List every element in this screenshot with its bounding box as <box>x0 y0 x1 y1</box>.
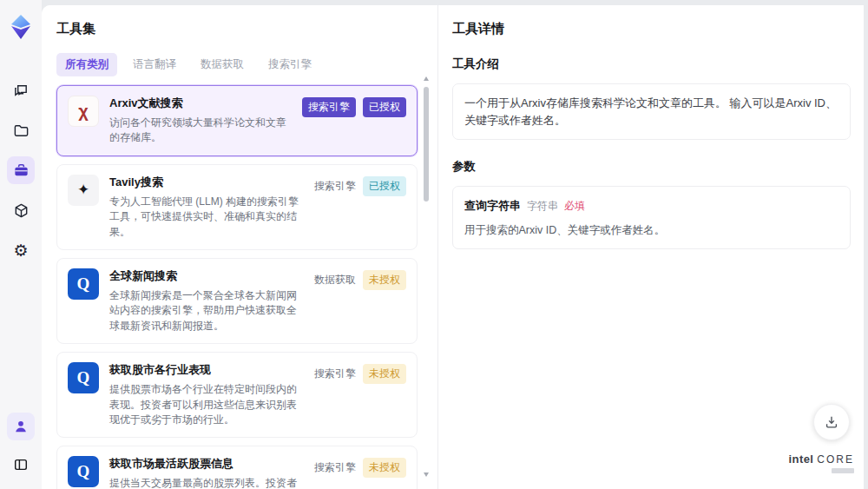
category-badge: 搜索引擎 <box>314 458 356 478</box>
category-badge: 搜索引擎 <box>302 97 356 117</box>
tool-description: 访问各个研究领域大量科学论文和文章的存储库。 <box>109 116 292 146</box>
params-heading: 参数 <box>452 159 851 175</box>
tab-3[interactable]: 搜索引擎 <box>260 53 320 76</box>
tool-name: Tavily搜索 <box>109 175 304 190</box>
tool-description: 全球新闻搜索是一个聚合全球各大新闻网站内容的搜索引擎，帮助用户快速获取全球最新资… <box>109 288 304 334</box>
toolbox-icon[interactable] <box>7 156 35 184</box>
chat-icon[interactable] <box>7 76 35 104</box>
news-search-icon: Q <box>68 268 99 300</box>
auth-status-badge: 未授权 <box>363 364 406 384</box>
intel-core-logo: intel CORE <box>789 453 854 473</box>
tool-card[interactable]: ✦ Tavily搜索 专为人工智能代理 (LLM) 构建的搜索引擎工具，可快速提… <box>56 164 418 250</box>
tab-1[interactable]: 语言翻译 <box>124 53 185 76</box>
scroll-down-arrow-icon[interactable] <box>424 472 429 477</box>
settings-gear-icon[interactable]: ⚙ <box>7 236 35 264</box>
tool-description: 提供当天交易量最高的股票列表。投资者可以利用这些信息来识别流动性强的股票和潜在的… <box>109 476 304 489</box>
param-type: 字符串 <box>527 198 558 214</box>
list-scrollbar[interactable] <box>423 76 430 477</box>
stock-sector-icon: Q <box>68 362 99 393</box>
tool-description: 专为人工智能代理 (LLM) 构建的搜索引擎工具，可快速提供实时、准确和真实的结… <box>109 195 304 240</box>
tool-name: 获取市场最活跃股票信息 <box>109 456 304 472</box>
auth-status-badge: 未授权 <box>363 270 406 290</box>
tool-card-list: χ Arxiv文献搜索 访问各个研究领域大量科学论文和文章的存储库。 搜索引擎 … <box>56 85 418 489</box>
tab-2[interactable]: 数据获取 <box>192 53 253 76</box>
intro-box: 一个用于从Arxiv存储库搜索科学论文和文章的工具。 输入可以是Arxiv ID… <box>452 83 851 140</box>
intro-heading: 工具介绍 <box>452 56 851 72</box>
page-title: 工具集 <box>56 21 437 37</box>
tool-card[interactable]: Q 获取股市各行业表现 提供股票市场各个行业在特定时间段内的表现。投资者可以利用… <box>56 352 418 438</box>
param-description: 用于搜索的Arxiv ID、关键字或作者姓名。 <box>464 222 838 239</box>
app-rail: ⚙ <box>0 0 42 489</box>
download-icon <box>824 414 839 430</box>
brand-ultra-mark <box>832 468 854 473</box>
panel-toggle-icon[interactable] <box>7 451 35 479</box>
category-tabs: 所有类别语言翻译数据获取搜索引擎 <box>56 53 437 76</box>
tool-card[interactable]: χ Arxiv文献搜索 访问各个研究领域大量科学论文和文章的存储库。 搜索引擎 … <box>56 85 418 156</box>
active-stocks-icon: Q <box>68 456 99 487</box>
download-button[interactable] <box>813 404 850 440</box>
auth-status-badge: 已授权 <box>363 176 406 196</box>
param-box: 查询字符串 字符串 必填 用于搜索的Arxiv ID、关键字或作者姓名。 <box>452 186 851 249</box>
tool-name: 获取股市各行业表现 <box>109 362 304 378</box>
tool-detail-panel: 工具详情 工具介绍 一个用于从Arxiv存储库搜索科学论文和文章的工具。 输入可… <box>439 5 864 489</box>
brand-core: CORE <box>817 453 854 466</box>
tool-list-panel: 工具集 所有类别语言翻译数据获取搜索引擎 χ Arxiv文献搜索 访问各个研究领… <box>42 5 438 489</box>
param-name: 查询字符串 <box>464 197 521 215</box>
tab-all-categories[interactable]: 所有类别 <box>56 53 117 76</box>
scroll-up-arrow-icon[interactable] <box>424 76 429 81</box>
auth-status-badge: 未授权 <box>363 458 406 478</box>
category-badge: 搜索引擎 <box>314 176 356 196</box>
category-badge: 搜索引擎 <box>314 364 356 384</box>
scrollbar-thumb[interactable] <box>424 87 429 202</box>
tavily-icon: ✦ <box>68 175 99 206</box>
tool-description: 提供股票市场各个行业在特定时间段内的表现。投资者可以利用这些信息来识别表现优于或… <box>109 382 304 427</box>
folder-icon[interactable] <box>7 116 35 144</box>
cube-icon[interactable] <box>7 196 35 224</box>
param-required-badge: 必填 <box>564 198 585 214</box>
detail-title: 工具详情 <box>452 21 851 37</box>
content-shell: 工具集 所有类别语言翻译数据获取搜索引擎 χ Arxiv文献搜索 访问各个研究领… <box>42 5 864 489</box>
tool-card[interactable]: Q 获取市场最活跃股票信息 提供当天交易量最高的股票列表。投资者可以利用这些信息… <box>56 446 418 489</box>
intro-text: 一个用于从Arxiv存储库搜索科学论文和文章的工具。 输入可以是Arxiv ID… <box>464 96 837 127</box>
tool-name: Arxiv文献搜索 <box>109 96 292 111</box>
tool-name: 全球新闻搜索 <box>109 268 304 284</box>
brand-intel: intel <box>789 453 814 466</box>
arxiv-icon: χ <box>68 96 99 127</box>
category-badge: 数据获取 <box>314 270 356 290</box>
tool-card[interactable]: Q 全球新闻搜索 全球新闻搜索是一个聚合全球各大新闻网站内容的搜索引擎，帮助用户… <box>56 258 418 344</box>
account-icon[interactable] <box>7 413 35 440</box>
auth-status-badge: 已授权 <box>363 97 406 117</box>
app-logo <box>8 12 34 42</box>
